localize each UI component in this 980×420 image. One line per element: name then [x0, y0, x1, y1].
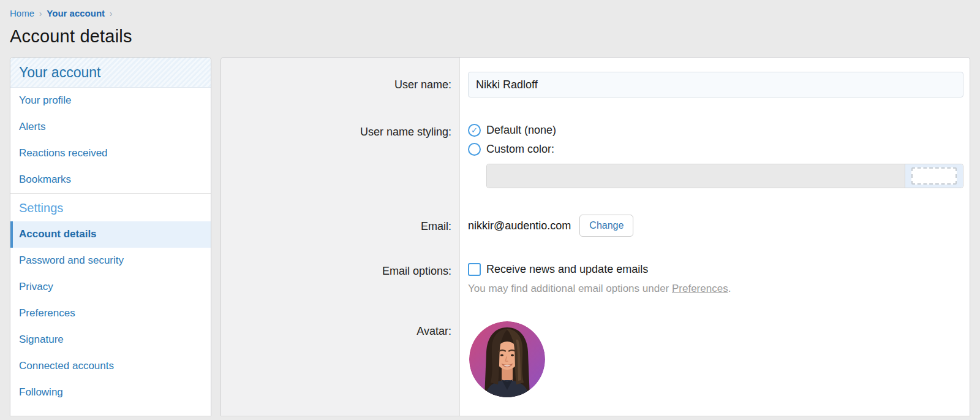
receive-news-label[interactable]: Receive news and update emails	[486, 263, 648, 276]
radio-unselected-icon[interactable]	[468, 143, 481, 156]
breadcrumb: Home › Your account ›	[10, 8, 970, 18]
sidebar-item-your-profile[interactable]: Your profile	[10, 88, 211, 114]
sidebar-item-privacy[interactable]: Privacy	[10, 274, 211, 300]
checkbox-unchecked-icon[interactable]	[468, 263, 481, 276]
avatar[interactable]	[469, 321, 545, 397]
sidebar-item-password-and-security[interactable]: Password and security	[10, 248, 211, 274]
breadcrumb-home-link[interactable]: Home	[10, 8, 34, 18]
sidebar-item-signature[interactable]: Signature	[10, 327, 211, 353]
page-title: Account details	[10, 26, 970, 47]
check-icon: ✓	[471, 126, 478, 134]
username-label: User name:	[221, 72, 460, 97]
username-input[interactable]	[468, 72, 963, 97]
sidebar-item-alerts[interactable]: Alerts	[10, 114, 211, 140]
hint-text: You may find additional email options un…	[468, 283, 672, 294]
styling-default-label[interactable]: Default (none)	[486, 124, 556, 137]
receive-news-option: Receive news and update emails	[468, 263, 963, 276]
sidebar-item-reactions-received[interactable]: Reactions received	[10, 140, 211, 167]
email-options-label: Email options:	[221, 263, 460, 295]
chevron-right-icon: ›	[39, 8, 42, 18]
empty-color-swatch-icon	[911, 167, 957, 185]
username-row: User name:	[221, 72, 970, 97]
breadcrumb-your-account-link[interactable]: Your account	[47, 8, 105, 18]
sidebar-item-following[interactable]: Following	[10, 380, 211, 406]
account-details-form: User name: User name styling: ✓ Default …	[221, 57, 970, 416]
preferences-link[interactable]: Preferences	[672, 283, 728, 294]
account-sidebar: Your account Your profile Alerts Reactio…	[10, 57, 211, 416]
radio-selected-icon[interactable]: ✓	[468, 124, 481, 137]
color-picker-button[interactable]	[905, 164, 963, 188]
username-styling-row: User name styling: ✓ Default (none) Cust…	[221, 124, 970, 188]
sidebar-section-settings: Settings	[10, 193, 211, 221]
sidebar-item-account-details[interactable]: Account details	[10, 221, 211, 248]
sidebar-item-preferences[interactable]: Preferences	[10, 300, 211, 327]
email-label: Email:	[221, 215, 460, 237]
custom-color-input[interactable]	[487, 164, 905, 188]
styling-custom-option: Custom color:	[468, 143, 963, 156]
sidebar-header: Your account	[10, 58, 211, 88]
email-value: nikkir@audentio.com	[468, 220, 571, 232]
sidebar-item-connected-accounts[interactable]: Connected accounts	[10, 353, 211, 380]
avatar-illustration	[469, 321, 545, 397]
hint-period: .	[728, 283, 731, 294]
page-header: Home › Your account › Account details	[0, 0, 980, 47]
styling-custom-label[interactable]: Custom color:	[486, 143, 554, 156]
avatar-label: Avatar:	[221, 321, 460, 397]
sidebar-item-bookmarks[interactable]: Bookmarks	[10, 167, 211, 193]
email-options-hint: You may find additional email options un…	[468, 283, 963, 295]
email-row: Email: nikkir@audentio.com Change	[221, 215, 970, 237]
chevron-right-icon: ›	[110, 8, 112, 18]
styling-default-option: ✓ Default (none)	[468, 124, 963, 137]
email-options-row: Email options: Receive news and update e…	[221, 263, 970, 295]
custom-color-group	[486, 164, 963, 188]
content: Your account Your profile Alerts Reactio…	[0, 57, 980, 416]
avatar-row: Avatar:	[221, 321, 970, 397]
change-email-button[interactable]: Change	[579, 215, 633, 237]
username-styling-label: User name styling:	[221, 124, 460, 188]
